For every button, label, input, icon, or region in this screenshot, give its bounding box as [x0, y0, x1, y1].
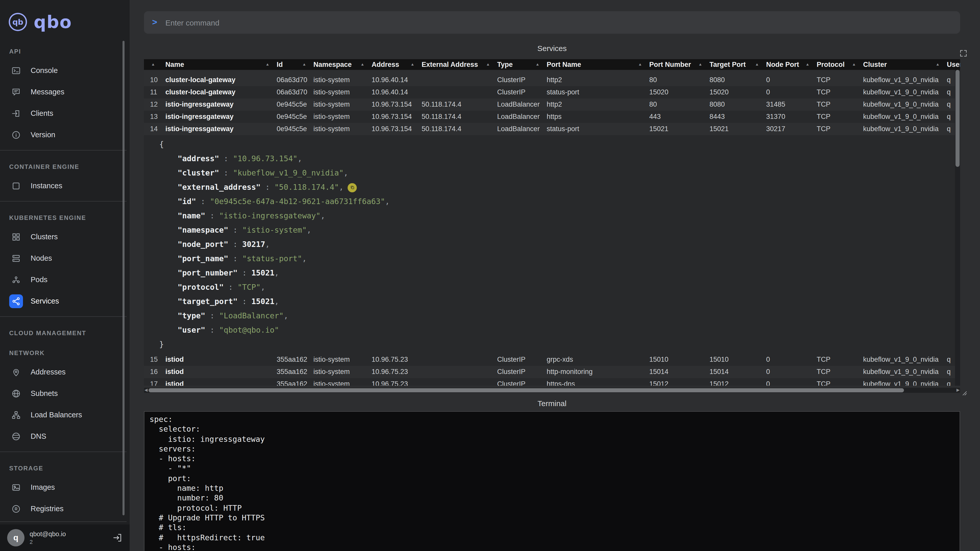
sidebar-item-subnets[interactable]: Subnets	[0, 383, 127, 404]
cell-external-address	[418, 354, 494, 366]
cell-namespace: istio-system	[310, 366, 369, 378]
json-line-address: "address" : "10.96.73.154",	[144, 151, 960, 166]
cell-address: 10.96.75.23	[369, 354, 418, 366]
table-row-clipped[interactable]	[144, 70, 960, 74]
sidebar-nav: APIConsoleMessagesClientsVersionCONTAINE…	[0, 40, 127, 524]
sort-icon[interactable]: ▲	[360, 62, 364, 67]
terminal[interactable]: spec: selector: istio: ingressgateway se…	[144, 411, 960, 551]
sort-icon[interactable]: ▲	[935, 62, 940, 67]
cell-address: 10.96.75.23	[369, 366, 418, 378]
cell-type: LoadBalancer	[494, 98, 544, 111]
sidebar-item-instances[interactable]: Instances	[0, 175, 127, 197]
cell-node-port: 0	[763, 354, 814, 366]
column-header-port-name[interactable]: Port Name▲	[544, 59, 646, 70]
sidebar-item-nodes[interactable]: Nodes	[0, 248, 127, 269]
cell-name: istio-ingressgateway	[162, 111, 274, 123]
sidebar-item-messages[interactable]: Messages	[0, 81, 127, 103]
sort-icon[interactable]: ▲	[151, 62, 155, 67]
table-row-10[interactable]: 10cluster-local-gateway06a63d70istio-sys…	[144, 74, 960, 86]
sidebar-item-pods[interactable]: Pods	[0, 269, 127, 290]
table-row-14[interactable]: 14istio-ingressgateway0e945c5eistio-syst…	[144, 123, 960, 135]
cell-protocol: TCP	[814, 123, 860, 135]
json-key: "user"	[178, 326, 205, 335]
column-header-sort[interactable]: ▲	[144, 59, 162, 70]
sidebar-item-dns[interactable]: DNS	[0, 426, 127, 447]
column-header-external-address[interactable]: External Address▲	[418, 59, 494, 70]
table-row-11[interactable]: 11cluster-local-gateway06a63d70istio-sys…	[144, 86, 960, 98]
cell-port-name: status-port	[544, 86, 646, 98]
json-colon: :	[205, 311, 219, 321]
expand-icon[interactable]	[959, 49, 968, 58]
json-value: "0e945c5e-647a-4b12-9621-aa6731ff6a63"	[210, 197, 385, 206]
sidebar-item-console[interactable]: Console	[0, 60, 127, 81]
logout-icon[interactable]	[112, 533, 123, 543]
column-header-namespace[interactable]: Namespace▲	[310, 59, 369, 70]
column-label: Type	[497, 61, 513, 68]
sidebar-item-images[interactable]: Images	[0, 476, 127, 498]
cell-port-name: https	[544, 111, 646, 123]
sidebar-item-registries[interactable]: RRegistries	[0, 498, 127, 519]
scroll-right-icon[interactable]: ▶	[956, 388, 959, 393]
table-vertical-scrollbar[interactable]	[955, 70, 960, 386]
command-bar[interactable]: >	[144, 11, 960, 34]
copy-icon[interactable]	[348, 183, 357, 192]
column-header-type[interactable]: Type▲	[494, 59, 544, 70]
qbo-logo-emblem-icon: qb	[7, 11, 29, 33]
column-header-cluster[interactable]: Cluster▲	[860, 59, 944, 70]
column-header-target-port[interactable]: Target Port▲	[706, 59, 763, 70]
column-header-id[interactable]: Id▲	[274, 59, 310, 70]
sort-icon[interactable]: ▲	[302, 62, 306, 67]
table-row-16[interactable]: 16istiod355aa162istio-system10.96.75.23C…	[144, 366, 960, 378]
messages-icon	[9, 85, 23, 99]
json-colon: :	[228, 254, 242, 263]
qbo-logo[interactable]: qb qbo	[0, 0, 130, 38]
column-header-port-number[interactable]: Port Number▲	[646, 59, 706, 70]
table-row-17[interactable]: 17istiod355aa162istio-system10.96.75.23C…	[144, 378, 960, 386]
json-colon: :	[224, 283, 238, 292]
cell-port-name: http2	[544, 98, 646, 111]
command-input[interactable]	[164, 17, 952, 27]
sidebar-item-version[interactable]: Version	[0, 124, 127, 145]
table-horizontal-scrollbar[interactable]: ◀ ▶	[144, 388, 960, 393]
cell-target-port: 15020	[706, 86, 763, 98]
table-row-15[interactable]: 15istiod355aa162istio-system10.96.75.23C…	[144, 354, 960, 366]
table-row-12[interactable]: 12istio-ingressgateway0e945c5eistio-syst…	[144, 98, 960, 111]
cell-external-address	[418, 86, 494, 98]
sort-icon[interactable]: ▲	[638, 62, 642, 67]
panel-resize-handle[interactable]	[962, 391, 970, 399]
cell-id: 355aa162	[274, 354, 310, 366]
subnets-icon	[9, 386, 23, 400]
column-header-address[interactable]: Address▲	[369, 59, 418, 70]
cell-address: 10.96.73.154	[369, 111, 418, 123]
sort-icon[interactable]: ▲	[805, 62, 810, 67]
sort-icon[interactable]: ▲	[535, 62, 539, 67]
sidebar-item-clusters[interactable]: Clusters	[0, 226, 127, 248]
column-header-protocol[interactable]: Protocol▲	[814, 59, 860, 70]
sort-icon[interactable]: ▲	[410, 62, 414, 67]
sort-icon[interactable]: ▲	[755, 62, 759, 67]
sort-icon[interactable]: ▲	[698, 62, 702, 67]
sidebar-item-clients[interactable]: Clients	[0, 103, 127, 124]
column-header-name[interactable]: Name▲	[162, 59, 274, 70]
user-bar[interactable]: q qbot@qbo.io 2	[0, 524, 130, 551]
table-horizontal-scrollbar-thumb[interactable]	[148, 388, 904, 392]
column-header-user[interactable]: User▲	[944, 59, 960, 70]
table-vertical-scrollbar-thumb[interactable]	[956, 70, 959, 167]
scroll-left-icon[interactable]: ◀	[145, 388, 148, 393]
sidebar-item-addresses[interactable]: Addresses	[0, 361, 127, 383]
sort-icon[interactable]: ▲	[486, 62, 490, 67]
prompt-icon: >	[152, 17, 157, 27]
sort-icon[interactable]: ▲	[852, 62, 856, 67]
table-row-13[interactable]: 13istio-ingressgateway0e945c5eistio-syst…	[144, 111, 960, 123]
cell-cluster: kubeflow_v1_9_0_nvidia	[860, 354, 944, 366]
row-number: 12	[144, 98, 162, 111]
json-colon: :	[205, 326, 219, 335]
sidebar-item-services[interactable]: Services	[0, 290, 127, 312]
sidebar-scrollbar[interactable]	[123, 41, 124, 515]
column-header-node-port[interactable]: Node Port▲	[763, 59, 814, 70]
cell-protocol: TCP	[814, 74, 860, 86]
sidebar-item-load-balancers[interactable]: Load Balancers	[0, 404, 127, 426]
console-icon	[9, 64, 23, 77]
cell-protocol: TCP	[814, 98, 860, 111]
sort-icon[interactable]: ▲	[266, 62, 269, 67]
